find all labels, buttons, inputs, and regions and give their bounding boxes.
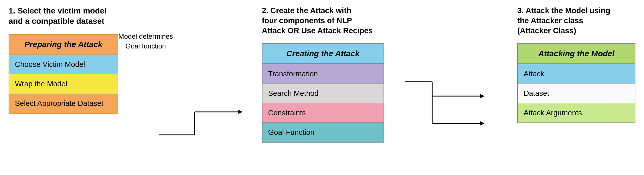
search-method-box: Search Method [262, 83, 384, 103]
dataset-box: Dataset [518, 83, 635, 103]
right-section: Attacking the Model Attack Dataset Attac… [517, 43, 635, 123]
step1-heading: 1. Select the victim model and a compati… [9, 6, 118, 30]
step3-label: 3. Attack the Model using the Attacker c… [517, 6, 635, 36]
step1-label: 1. Select the victim model and a compati… [9, 6, 118, 27]
creating-attack-header: Creating the Attack [262, 44, 384, 64]
choose-victim-model-box: Choose Victim Model [9, 55, 118, 74]
step2-label: 2. Create the Attack with four component… [262, 6, 384, 36]
diagram: 1. Select the victim model and a compati… [0, 0, 644, 175]
arrow-label-1: Model determines [118, 32, 173, 41]
select-dataset-box: Select Appropriate Dataset [9, 94, 118, 113]
attack-arguments-box: Attack Arguments [518, 103, 635, 122]
arrow-label-2: Goal function [125, 41, 166, 51]
preparing-attack-header: Preparing the Attack [9, 35, 118, 55]
col-right: 3. Attack the Model using the Attacker c… [517, 6, 635, 123]
attacking-model-header: Attacking the Model [518, 44, 635, 64]
col-left: 1. Select the victim model and a compati… [9, 6, 118, 114]
wrap-model-box: Wrap the Model [9, 74, 118, 94]
middle-section: Creating the Attack Transformation Searc… [262, 43, 384, 143]
step3-heading: 3. Attack the Model using the Attacker c… [517, 6, 635, 39]
left-section: Preparing the Attack Choose Victim Model… [9, 34, 118, 114]
arrow-area: Model determines Goal function [118, 32, 173, 82]
goal-function-box: Goal Function [262, 122, 384, 142]
constraints-box: Constraints [262, 103, 384, 122]
step2-heading: 2. Create the Attack with four component… [262, 6, 384, 39]
attack-box: Attack [518, 64, 635, 83]
transformation-box: Transformation [262, 64, 384, 83]
col-middle: 2. Create the Attack with four component… [262, 6, 384, 143]
